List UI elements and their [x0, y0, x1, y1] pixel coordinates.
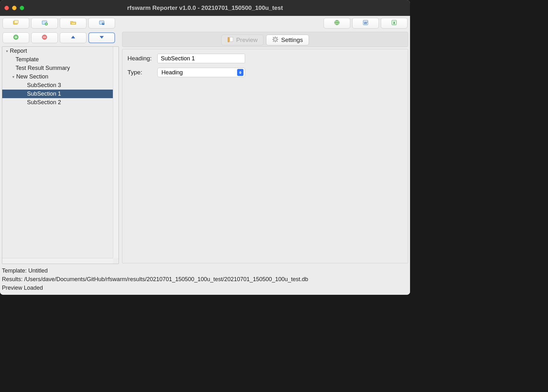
tree-label: Template — [16, 56, 39, 63]
titlebar: rfswarm Reporter v1.0.0 - 20210701_15050… — [0, 0, 410, 16]
body: ▾ Report Template Test Result Summary ▾ … — [0, 30, 410, 265]
tree-item[interactable]: SubSection 2 — [2, 98, 113, 107]
close-window-button[interactable] — [4, 6, 9, 10]
tree-item[interactable]: Test Result Summary — [2, 64, 113, 72]
svg-line-23 — [273, 37, 274, 38]
type-select-value: Heading — [161, 69, 183, 76]
select-stepper-icon — [237, 69, 243, 76]
export-excel-icon: X — [391, 19, 398, 28]
status-preview: Preview Loaded — [2, 284, 408, 292]
tree-item[interactable]: ▾ New Section — [2, 72, 113, 81]
chevron-down-icon: ▾ — [11, 75, 16, 79]
export-excel-button[interactable]: X — [381, 18, 408, 29]
svg-rect-14 — [43, 37, 46, 37]
svg-rect-16 — [230, 37, 233, 42]
svg-line-25 — [277, 37, 278, 38]
template-open-button[interactable] — [60, 18, 86, 29]
chevron-down-icon: ▾ — [5, 49, 9, 53]
tree-label: Test Result Summary — [16, 65, 70, 71]
folder-copy-icon — [12, 19, 19, 28]
template-save-button[interactable] — [88, 18, 115, 29]
svg-text:W: W — [364, 21, 368, 24]
app-window: rfswarm Reporter v1.0.0 - 20210701_15050… — [0, 0, 410, 295]
type-label: Type: — [127, 69, 154, 76]
svg-point-18 — [275, 39, 276, 40]
tree-label: Report — [10, 48, 27, 54]
tab-label: Settings — [281, 37, 303, 44]
svg-rect-6 — [103, 23, 104, 23]
export-html-icon — [333, 19, 340, 28]
tree-root[interactable]: ▾ Report — [2, 47, 113, 55]
heading-label: Heading: — [127, 55, 154, 62]
tree-item[interactable]: Template — [2, 55, 113, 64]
template-new-button[interactable] — [31, 18, 58, 29]
status-results: Results: /Users/dave/Documents/GitHub/rf… — [2, 275, 408, 284]
svg-text:X: X — [393, 21, 395, 24]
export-word-icon: W — [362, 19, 369, 28]
window-controls — [4, 6, 24, 10]
minimize-window-button[interactable] — [12, 6, 17, 10]
ruler-icon — [227, 36, 234, 44]
right-panel: Preview Settings Heading: Type: — [120, 30, 410, 265]
folder-save-icon — [98, 19, 105, 28]
svg-line-24 — [277, 41, 278, 42]
tree-label: SubSection 3 — [27, 82, 61, 89]
window-title: rfswarm Reporter v1.0.0 - 20210701_15050… — [127, 4, 283, 11]
add-section-button[interactable] — [3, 32, 29, 43]
export-html-button[interactable] — [324, 18, 350, 29]
svg-line-26 — [273, 41, 274, 42]
tree-scrollbar-horizontal[interactable] — [2, 258, 113, 264]
status-bar: Template: Untitled Results: /Users/dave/… — [0, 265, 410, 295]
move-up-button[interactable] — [60, 32, 86, 43]
add-icon — [12, 34, 19, 42]
svg-rect-1 — [14, 20, 18, 23]
remove-icon — [41, 34, 48, 42]
type-select[interactable]: Heading — [157, 68, 245, 77]
tree-item-selected[interactable]: SubSection 1 — [2, 90, 113, 98]
tree-label: SubSection 1 — [27, 91, 61, 97]
type-row: Type: Heading — [127, 68, 403, 77]
move-down-icon — [98, 34, 105, 42]
folder-open-icon — [70, 19, 77, 28]
tree-scrollbar-vertical[interactable] — [113, 47, 119, 258]
tab-bar: Preview Settings — [122, 32, 408, 47]
gear-icon — [272, 36, 278, 44]
tree-toolbar — [0, 30, 120, 45]
top-toolbar: W X — [0, 16, 410, 30]
zoom-window-button[interactable] — [20, 6, 24, 10]
move-down-button[interactable] — [88, 32, 115, 43]
export-word-button[interactable]: W — [352, 18, 379, 29]
tree-item[interactable]: SubSection 3 — [2, 81, 113, 90]
tab-settings[interactable]: Settings — [266, 35, 309, 45]
tab-preview[interactable]: Preview — [221, 35, 264, 45]
heading-row: Heading: — [127, 54, 403, 63]
status-template: Template: Untitled — [2, 267, 408, 275]
tab-label: Preview — [236, 37, 258, 44]
left-panel: ▾ Report Template Test Result Summary ▾ … — [0, 30, 120, 265]
move-up-icon — [70, 34, 77, 42]
svg-rect-15 — [228, 37, 229, 42]
remove-section-button[interactable] — [31, 32, 58, 43]
template-copy-button[interactable] — [3, 18, 29, 29]
heading-input[interactable] — [157, 54, 245, 63]
folder-new-icon — [41, 19, 48, 28]
settings-panel: Heading: Type: Heading — [122, 49, 408, 263]
tree-scroll[interactable]: ▾ Report Template Test Result Summary ▾ … — [2, 47, 113, 258]
tree-label: SubSection 2 — [27, 99, 61, 106]
tree-label: New Section — [16, 73, 48, 80]
tree-view: ▾ Report Template Test Result Summary ▾ … — [2, 46, 119, 264]
